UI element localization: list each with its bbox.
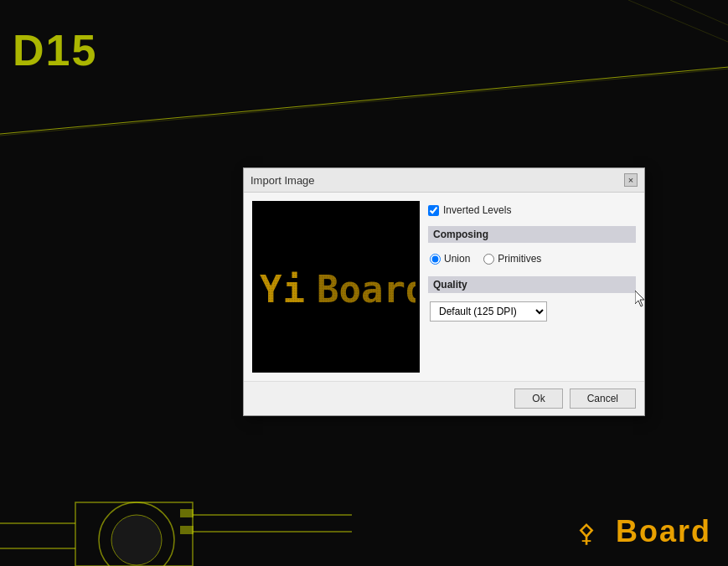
image-preview: Yi Board	[252, 201, 420, 373]
cancel-button[interactable]: Cancel	[570, 388, 636, 409]
svg-rect-2	[75, 502, 193, 566]
composing-radio-group: Union Primitives	[428, 248, 636, 270]
svg-point-3	[99, 502, 174, 566]
svg-line-0	[0, 67, 728, 134]
dialog-footer: Ok Cancel	[244, 381, 644, 415]
dialog-body: Yi Board Inverted Levels Composing	[244, 193, 644, 381]
svg-line-11	[628, 0, 728, 42]
ok-button[interactable]: Ok	[514, 388, 562, 409]
inverted-levels-label: Inverted Levels	[443, 204, 511, 216]
svg-rect-15	[256, 264, 416, 310]
right-panel: Inverted Levels Composing Union Primitiv…	[428, 201, 636, 373]
primitives-label: Primitives	[498, 253, 541, 265]
svg-rect-9	[180, 509, 194, 517]
inverted-levels-checkbox[interactable]	[428, 205, 439, 216]
brand-text: Board	[616, 514, 711, 549]
background-title: D15	[13, 25, 97, 75]
svg-line-12	[670, 0, 728, 25]
brand-icon: ⚴	[577, 518, 596, 548]
dialog-title: Import Image	[250, 174, 315, 187]
primitives-option: Primitives	[483, 253, 541, 265]
quality-select[interactable]: Default (125 DPI) Low (50 DPI) Medium (1…	[430, 301, 547, 322]
dialog-titlebar: Import Image ×	[244, 168, 644, 193]
svg-line-1	[0, 69, 728, 136]
svg-rect-10	[180, 526, 194, 534]
quality-header: Quality	[428, 276, 636, 293]
svg-point-4	[111, 515, 162, 565]
import-image-dialog: Import Image × Yi Board	[243, 167, 645, 416]
union-label: Union	[444, 253, 470, 265]
close-button[interactable]: ×	[624, 173, 638, 187]
inverted-levels-row: Inverted Levels	[428, 201, 636, 219]
union-option: Union	[430, 253, 470, 265]
composing-header: Composing	[428, 226, 636, 243]
union-radio[interactable]	[430, 254, 441, 265]
quality-dropdown-row: Default (125 DPI) Low (50 DPI) Medium (1…	[428, 298, 636, 325]
primitives-radio[interactable]	[483, 254, 494, 265]
